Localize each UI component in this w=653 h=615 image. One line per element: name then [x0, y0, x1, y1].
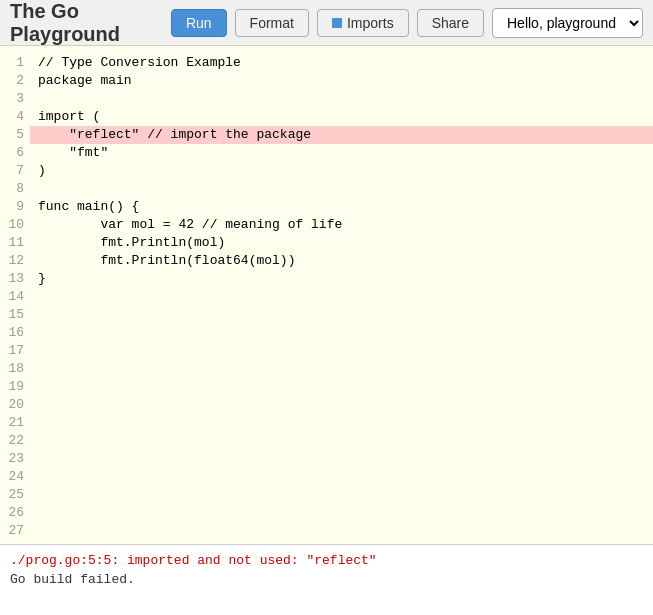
- code-line[interactable]: [30, 468, 653, 486]
- code-line[interactable]: [30, 450, 653, 468]
- code-line[interactable]: fmt.Println(mol): [30, 234, 653, 252]
- line-number: 12: [8, 252, 24, 270]
- code-line[interactable]: [30, 396, 653, 414]
- code-line[interactable]: [30, 414, 653, 432]
- error-message: ./prog.go:5:5: imported and not used: "r…: [10, 553, 643, 568]
- line-number: 7: [8, 162, 24, 180]
- run-button[interactable]: Run: [171, 9, 227, 37]
- header: The Go Playground Run Format Imports Sha…: [0, 0, 653, 46]
- line-number: 17: [8, 342, 24, 360]
- line-number: 25: [8, 486, 24, 504]
- code-line[interactable]: [30, 288, 653, 306]
- code-line[interactable]: fmt.Println(float64(mol)): [30, 252, 653, 270]
- code-line[interactable]: [30, 306, 653, 324]
- code-line[interactable]: [30, 378, 653, 396]
- line-number: 13: [8, 270, 24, 288]
- code-line[interactable]: [30, 90, 653, 108]
- code-line[interactable]: "fmt": [30, 144, 653, 162]
- code-line[interactable]: "reflect" // import the package: [30, 126, 653, 144]
- line-number: 16: [8, 324, 24, 342]
- format-button[interactable]: Format: [235, 9, 309, 37]
- line-number: 3: [8, 90, 24, 108]
- line-number: 22: [8, 432, 24, 450]
- line-number: 15: [8, 306, 24, 324]
- editor-area: 1234567891011121314151617181920212223242…: [0, 46, 653, 544]
- code-line[interactable]: // Type Conversion Example: [30, 54, 653, 72]
- line-number: 5: [8, 126, 24, 144]
- line-number: 10: [8, 216, 24, 234]
- share-button[interactable]: Share: [417, 9, 484, 37]
- code-line[interactable]: [30, 504, 653, 522]
- line-number: 6: [8, 144, 24, 162]
- code-line[interactable]: [30, 360, 653, 378]
- code-line[interactable]: }: [30, 270, 653, 288]
- line-number: 23: [8, 450, 24, 468]
- line-number: 11: [8, 234, 24, 252]
- code-line[interactable]: [30, 522, 653, 540]
- code-line[interactable]: [30, 324, 653, 342]
- line-number: 26: [8, 504, 24, 522]
- line-number: 24: [8, 468, 24, 486]
- code-line[interactable]: [30, 432, 653, 450]
- code-line[interactable]: [30, 180, 653, 198]
- line-number: 18: [8, 360, 24, 378]
- code-line[interactable]: ): [30, 162, 653, 180]
- imports-label: Imports: [347, 15, 394, 31]
- hello-select[interactable]: Hello, playground: [492, 8, 643, 38]
- code-line[interactable]: package main: [30, 72, 653, 90]
- build-status: Go build failed.: [10, 572, 643, 587]
- line-number: 4: [8, 108, 24, 126]
- output-area: ./prog.go:5:5: imported and not used: "r…: [0, 544, 653, 615]
- line-number: 1: [8, 54, 24, 72]
- line-number: 14: [8, 288, 24, 306]
- code-line[interactable]: var mol = 42 // meaning of life: [30, 216, 653, 234]
- code-editor[interactable]: // Type Conversion Examplepackage mainim…: [30, 46, 653, 544]
- line-number: 20: [8, 396, 24, 414]
- code-line[interactable]: [30, 342, 653, 360]
- imports-button[interactable]: Imports: [317, 9, 409, 37]
- code-line[interactable]: func main() {: [30, 198, 653, 216]
- line-numbers: 1234567891011121314151617181920212223242…: [0, 46, 30, 544]
- line-number: 8: [8, 180, 24, 198]
- code-line[interactable]: import (: [30, 108, 653, 126]
- line-number: 9: [8, 198, 24, 216]
- line-number: 21: [8, 414, 24, 432]
- line-number: 2: [8, 72, 24, 90]
- code-line[interactable]: [30, 486, 653, 504]
- imports-indicator: [332, 18, 342, 28]
- line-number: 19: [8, 378, 24, 396]
- line-number: 27: [8, 522, 24, 540]
- app-logo: The Go Playground: [10, 0, 157, 46]
